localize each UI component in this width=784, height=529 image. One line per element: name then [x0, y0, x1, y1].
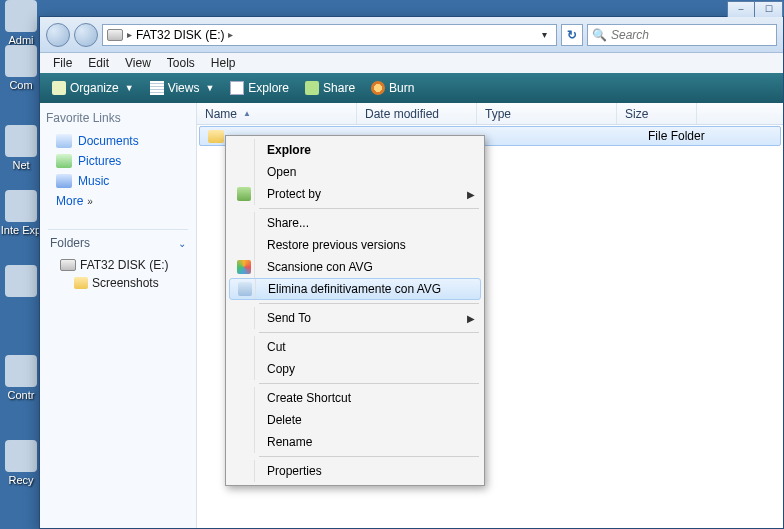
- ctx-create-shortcut[interactable]: Create Shortcut: [229, 387, 481, 409]
- column-headers: Name▲ Date modified Type Size: [197, 103, 783, 125]
- burn-icon: [371, 81, 385, 95]
- submenu-arrow-icon: ▶: [467, 189, 475, 200]
- ctx-properties[interactable]: Properties: [229, 460, 481, 482]
- explore-icon: [230, 81, 244, 95]
- window-controls: – ☐: [727, 1, 783, 17]
- sidebar-item-music[interactable]: Music: [46, 171, 190, 191]
- desktop-icon[interactable]: Admi: [0, 0, 42, 46]
- share-button[interactable]: Share: [299, 78, 361, 98]
- refresh-button[interactable]: ↻: [561, 24, 583, 46]
- address-dropdown[interactable]: ▾: [536, 29, 552, 40]
- drive-icon: [107, 29, 123, 41]
- favorite-links-title: Favorite Links: [46, 111, 190, 125]
- ctx-delete[interactable]: Delete: [229, 409, 481, 431]
- lock-icon: [237, 187, 251, 201]
- views-button[interactable]: Views▼: [144, 78, 221, 98]
- ctx-share[interactable]: Share...: [229, 212, 481, 234]
- menu-help[interactable]: Help: [204, 55, 243, 71]
- avg-icon: [237, 260, 251, 274]
- organize-button[interactable]: Organize▼: [46, 78, 140, 98]
- search-box[interactable]: 🔍: [587, 24, 777, 46]
- music-icon: [56, 174, 72, 188]
- file-type-cell: File Folder: [640, 129, 780, 143]
- submenu-arrow-icon: ▶: [467, 313, 475, 324]
- separator: [259, 456, 479, 457]
- documents-icon: [56, 134, 72, 148]
- nav-toolbar: ▸ FAT32 DISK (E:) ▸ ▾ ↻ 🔍: [40, 17, 783, 53]
- drive-icon: [60, 259, 76, 271]
- breadcrumb-arrow[interactable]: ▸: [228, 29, 233, 40]
- maximize-button[interactable]: ☐: [755, 1, 783, 17]
- ctx-send-to[interactable]: Send To▶: [229, 307, 481, 329]
- desktop-icon[interactable]: Contr: [0, 355, 42, 401]
- ctx-scan-avg[interactable]: Scansione con AVG: [229, 256, 481, 278]
- ctx-protect-by[interactable]: Protect by▶: [229, 183, 481, 205]
- minimize-button[interactable]: –: [727, 1, 755, 17]
- ctx-restore-versions[interactable]: Restore previous versions: [229, 234, 481, 256]
- folders-header[interactable]: Folders ⌄: [48, 229, 188, 252]
- sidebar-more[interactable]: More»: [46, 191, 190, 211]
- sort-asc-icon: ▲: [243, 109, 251, 118]
- ctx-cut[interactable]: Cut: [229, 336, 481, 358]
- ctx-open[interactable]: Open: [229, 161, 481, 183]
- sidebar-item-pictures[interactable]: Pictures: [46, 151, 190, 171]
- column-date[interactable]: Date modified: [357, 103, 477, 124]
- menu-edit[interactable]: Edit: [81, 55, 116, 71]
- sidebar-item-documents[interactable]: Documents: [46, 131, 190, 151]
- folder-icon: [208, 130, 224, 143]
- organize-icon: [52, 81, 66, 95]
- command-toolbar: Organize▼ Views▼ Explore Share Burn: [40, 73, 783, 103]
- ctx-explore[interactable]: Explore: [229, 139, 481, 161]
- views-icon: [150, 81, 164, 95]
- pictures-icon: [56, 154, 72, 168]
- menu-file[interactable]: File: [46, 55, 79, 71]
- separator: [259, 208, 479, 209]
- address-bar[interactable]: ▸ FAT32 DISK (E:) ▸ ▾: [102, 24, 557, 46]
- shredder-icon: [238, 282, 252, 296]
- explore-button[interactable]: Explore: [224, 78, 295, 98]
- column-size[interactable]: Size: [617, 103, 697, 124]
- folder-icon: [74, 277, 88, 289]
- search-icon: 🔍: [592, 28, 607, 42]
- ctx-copy[interactable]: Copy: [229, 358, 481, 380]
- breadcrumb-arrow[interactable]: ▸: [127, 29, 132, 40]
- nav-forward-button[interactable]: [74, 23, 98, 47]
- chevron-down-icon: ⌄: [178, 238, 186, 249]
- burn-button[interactable]: Burn: [365, 78, 420, 98]
- menu-tools[interactable]: Tools: [160, 55, 202, 71]
- context-menu: Explore Open Protect by▶ Share... Restor…: [225, 135, 485, 486]
- separator: [259, 383, 479, 384]
- ctx-rename[interactable]: Rename: [229, 431, 481, 453]
- separator: [259, 303, 479, 304]
- menu-bar: File Edit View Tools Help: [40, 53, 783, 73]
- column-type[interactable]: Type: [477, 103, 617, 124]
- nav-back-button[interactable]: [46, 23, 70, 47]
- search-input[interactable]: [611, 28, 772, 42]
- desktop-icon[interactable]: [0, 265, 42, 299]
- breadcrumb-drive[interactable]: FAT32 DISK (E:): [136, 28, 224, 42]
- share-icon: [305, 81, 319, 95]
- desktop-icon[interactable]: Com: [0, 45, 42, 91]
- navigation-pane: Favorite Links Documents Pictures Music …: [40, 103, 197, 528]
- tree-item-screenshots[interactable]: Screenshots: [46, 274, 190, 292]
- menu-view[interactable]: View: [118, 55, 158, 71]
- desktop-icon[interactable]: Inte Exp: [0, 190, 42, 236]
- column-name[interactable]: Name▲: [197, 103, 357, 124]
- ctx-shred-avg[interactable]: Elimina definitivamente con AVG: [229, 278, 481, 300]
- separator: [259, 332, 479, 333]
- tree-item-drive[interactable]: FAT32 DISK (E:): [46, 256, 190, 274]
- desktop-icon[interactable]: Recy: [0, 440, 42, 486]
- desktop-icon[interactable]: Net: [0, 125, 42, 171]
